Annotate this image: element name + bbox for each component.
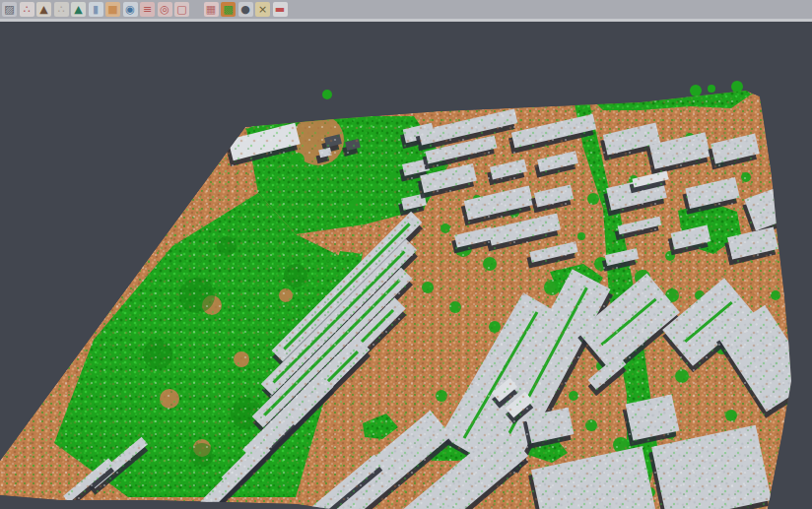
sparse-points-icon[interactable]: ∴	[54, 2, 69, 17]
select-region-icon[interactable]: ▨	[2, 2, 17, 17]
sphere-icon[interactable]: ●	[238, 2, 253, 17]
point-cloud-scene	[0, 22, 812, 509]
point-cloud-icon[interactable]: ∴	[20, 2, 34, 17]
terrain-green-icon[interactable]: ▲	[71, 2, 86, 17]
terrain-brown-icon[interactable]: ▲	[36, 2, 51, 17]
zoom-extent-icon[interactable]: ▢	[174, 2, 189, 17]
application-window: ▨∴▲∴▲▮■◉≡◎▢▦▩●×▬	[0, 0, 812, 509]
clear-selection-icon[interactable]: ×	[255, 2, 270, 17]
toolbar: ▨∴▲∴▲▮■◉≡◎▢▦▩●×▬	[0, 0, 812, 22]
orthophoto-icon[interactable]: ■	[105, 2, 120, 17]
layers-red-icon[interactable]: ▬	[273, 2, 288, 17]
side-panel-icon[interactable]: ▮	[89, 2, 103, 17]
viewport-3d[interactable]	[0, 22, 812, 509]
target-icon[interactable]: ◎	[158, 2, 172, 17]
globe-icon[interactable]: ◉	[123, 2, 138, 17]
classification-icon[interactable]: ▩	[221, 2, 236, 17]
grid-select-icon[interactable]: ▦	[204, 2, 219, 17]
attribute-table-icon[interactable]: ≡	[140, 2, 155, 17]
